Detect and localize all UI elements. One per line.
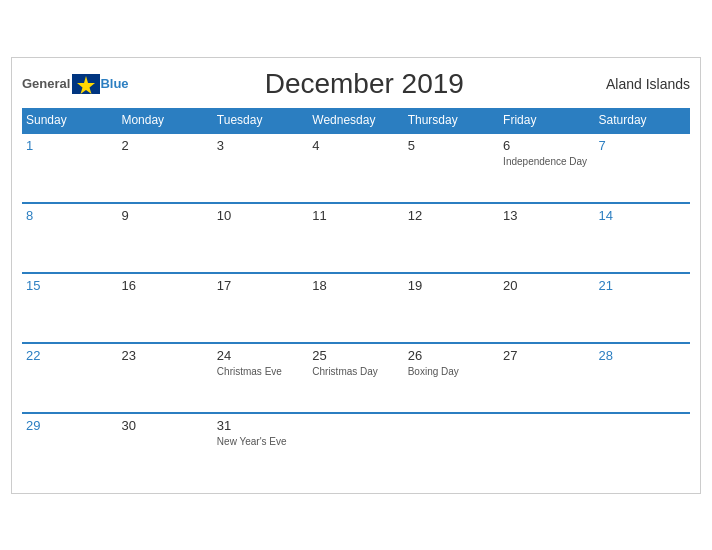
calendar-day-cell: 7 [595,133,690,203]
calendar-table: Sunday Monday Tuesday Wednesday Thursday… [22,108,690,483]
calendar-week-row: 891011121314 [22,203,690,273]
day-number: 14 [599,208,686,223]
calendar-day-cell: 22 [22,343,117,413]
header-sunday: Sunday [22,108,117,133]
calendar-day-cell: 2 [117,133,212,203]
region-label: Aland Islands [600,76,690,92]
calendar-day-cell: 30 [117,413,212,483]
day-number: 12 [408,208,495,223]
day-number: 16 [121,278,208,293]
day-number: 7 [599,138,686,153]
header-saturday: Saturday [595,108,690,133]
calendar-day-cell: 4 [308,133,403,203]
day-number: 22 [26,348,113,363]
day-number: 2 [121,138,208,153]
weekday-header-row: Sunday Monday Tuesday Wednesday Thursday… [22,108,690,133]
day-number: 21 [599,278,686,293]
calendar-header: General Blue December 2019 Aland Islands [22,68,690,100]
calendar-day-cell: 25Christmas Day [308,343,403,413]
day-number: 1 [26,138,113,153]
day-number: 31 [217,418,304,433]
day-number: 25 [312,348,399,363]
calendar-day-cell [308,413,403,483]
day-number: 20 [503,278,590,293]
calendar-day-cell: 24Christmas Eve [213,343,308,413]
calendar-day-cell [595,413,690,483]
calendar-day-cell: 17 [213,273,308,343]
day-number: 10 [217,208,304,223]
calendar-day-cell: 6Independence Day [499,133,594,203]
month-title: December 2019 [129,68,600,100]
holiday-name: Independence Day [503,155,590,168]
day-number: 13 [503,208,590,223]
day-number: 24 [217,348,304,363]
day-number: 18 [312,278,399,293]
day-number: 23 [121,348,208,363]
day-number: 29 [26,418,113,433]
calendar-day-cell: 3 [213,133,308,203]
day-number: 26 [408,348,495,363]
day-number: 3 [217,138,304,153]
day-number: 11 [312,208,399,223]
calendar-day-cell: 18 [308,273,403,343]
calendar-day-cell: 29 [22,413,117,483]
header-thursday: Thursday [404,108,499,133]
calendar-day-cell: 23 [117,343,212,413]
header-friday: Friday [499,108,594,133]
calendar-day-cell: 9 [117,203,212,273]
calendar-day-cell: 1 [22,133,117,203]
calendar-week-row: 15161718192021 [22,273,690,343]
calendar-day-cell: 16 [117,273,212,343]
logo: General Blue [22,74,129,94]
day-number: 30 [121,418,208,433]
logo-blue-text: Blue [100,76,128,91]
calendar-day-cell: 19 [404,273,499,343]
calendar-day-cell: 26Boxing Day [404,343,499,413]
logo-flag-icon [72,74,100,94]
day-number: 15 [26,278,113,293]
calendar-day-cell: 10 [213,203,308,273]
calendar-day-cell: 14 [595,203,690,273]
logo-general-text: General [22,76,70,91]
calendar-day-cell: 31New Year's Eve [213,413,308,483]
day-number: 27 [503,348,590,363]
header-wednesday: Wednesday [308,108,403,133]
calendar-day-cell: 15 [22,273,117,343]
calendar-week-row: 222324Christmas Eve25Christmas Day26Boxi… [22,343,690,413]
day-number: 4 [312,138,399,153]
calendar-day-cell: 13 [499,203,594,273]
day-number: 8 [26,208,113,223]
day-number: 9 [121,208,208,223]
day-number: 17 [217,278,304,293]
calendar-day-cell: 12 [404,203,499,273]
calendar-day-cell: 27 [499,343,594,413]
holiday-name: Christmas Day [312,365,399,378]
calendar-day-cell: 11 [308,203,403,273]
calendar-day-cell [404,413,499,483]
calendar-week-row: 123456Independence Day7 [22,133,690,203]
calendar-day-cell [499,413,594,483]
day-number: 5 [408,138,495,153]
calendar: General Blue December 2019 Aland Islands… [11,57,701,494]
calendar-day-cell: 20 [499,273,594,343]
calendar-day-cell: 8 [22,203,117,273]
header-monday: Monday [117,108,212,133]
day-number: 19 [408,278,495,293]
day-number: 6 [503,138,590,153]
holiday-name: Christmas Eve [217,365,304,378]
calendar-day-cell: 5 [404,133,499,203]
calendar-day-cell: 21 [595,273,690,343]
calendar-week-row: 293031New Year's Eve [22,413,690,483]
holiday-name: Boxing Day [408,365,495,378]
day-number: 28 [599,348,686,363]
holiday-name: New Year's Eve [217,435,304,448]
header-tuesday: Tuesday [213,108,308,133]
calendar-day-cell: 28 [595,343,690,413]
